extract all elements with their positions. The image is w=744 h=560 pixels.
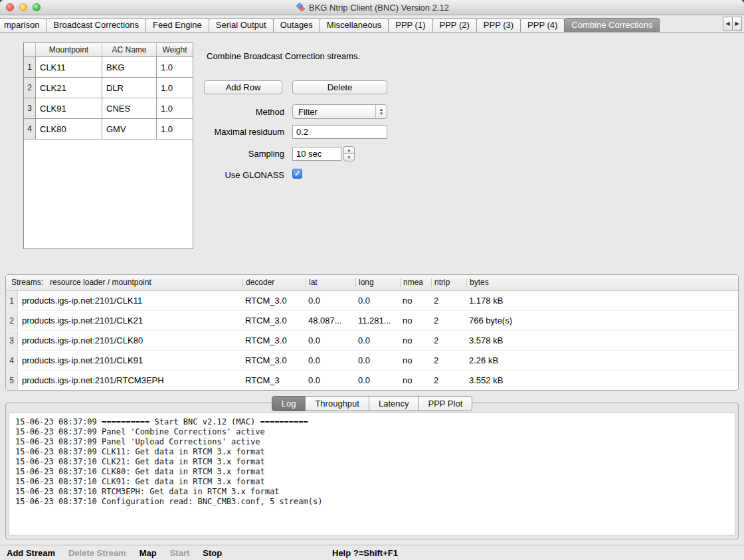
tab-serial-output[interactable]: Serial Output (209, 18, 274, 32)
tab-scroll-right-icon[interactable]: ▶ (732, 17, 742, 31)
cell-long[interactable]: 0.0 (355, 351, 400, 370)
tab-ppp-1[interactable]: PPP (1) (388, 18, 432, 32)
cell-mountpoint[interactable]: products.igs-ip.net:2101/CLK80 (18, 331, 242, 350)
zoom-button[interactable] (33, 3, 41, 11)
sampling-input[interactable]: 10 sec (292, 147, 341, 161)
use-glonass-checkbox[interactable]: ✓ (292, 169, 302, 179)
tab-ppp-3[interactable]: PPP (3) (476, 18, 521, 32)
cell-decoder[interactable]: RTCM_3.0 (242, 331, 306, 350)
cell-bytes[interactable]: 766 byte(s) (466, 311, 738, 330)
maximal-residuum-input[interactable]: 0.2 (292, 125, 387, 139)
cell-lat[interactable]: 0.0 (306, 351, 355, 370)
cell-mountpoint[interactable]: CLK21 (36, 78, 102, 98)
cell-mountpoint[interactable]: CLK91 (36, 98, 102, 118)
tab-comparison[interactable]: mparison (0, 18, 46, 32)
cell-ntrip[interactable]: 2 (431, 351, 466, 370)
stream-row[interactable]: 3 products.igs-ip.net:2101/CLK80 RTCM_3.… (6, 331, 738, 351)
minimize-button[interactable] (19, 3, 27, 11)
cell-mountpoint[interactable]: CLK11 (36, 57, 102, 77)
cell-mountpoint[interactable]: products.igs-ip.net:2101/CLK91 (18, 351, 242, 370)
cell-nmea[interactable]: no (400, 371, 431, 390)
cell-long[interactable]: 0.0 (355, 371, 400, 390)
cell-ac-name[interactable]: BKG (102, 57, 157, 77)
method-label: Method (218, 107, 284, 117)
row-number: 4 (6, 351, 18, 370)
start-button: Start (170, 548, 190, 558)
cell-decoder[interactable]: RTCM_3.0 (242, 351, 306, 370)
table-row[interactable]: 2 CLK21 DLR 1.0 (24, 78, 193, 98)
cell-long[interactable]: 11.281... (355, 311, 400, 330)
row-number: 4 (24, 119, 36, 139)
cell-lat[interactable]: 0.0 (306, 371, 355, 390)
stream-row[interactable]: 2 products.igs-ip.net:2101/CLK21 RTCM_3.… (6, 311, 738, 331)
cell-weight[interactable]: 1.0 (157, 119, 193, 139)
cell-mountpoint[interactable]: products.igs-ip.net:2101/CLK11 (18, 291, 242, 310)
cell-ntrip[interactable]: 2 (431, 291, 466, 310)
map-button[interactable]: Map (140, 548, 157, 558)
cell-bytes[interactable]: 2.26 kB (466, 351, 738, 370)
spin-up-icon[interactable]: ▲ (343, 146, 355, 153)
tab-outages[interactable]: Outages (273, 18, 320, 32)
cell-decoder[interactable]: RTCM_3.0 (242, 291, 306, 310)
cell-lat[interactable]: 48.087... (306, 311, 355, 330)
stream-row[interactable]: 1 products.igs-ip.net:2101/CLK11 RTCM_3.… (6, 291, 738, 311)
tab-miscellaneous[interactable]: Miscellaneous (320, 18, 389, 32)
table-row[interactable]: 1 CLK11 BKG 1.0 (24, 57, 193, 78)
delete-stream-button: Delete Stream (68, 548, 126, 558)
cell-long[interactable]: 0.0 (355, 331, 400, 350)
tab-latency[interactable]: Latency (369, 396, 419, 411)
cell-nmea[interactable]: no (400, 351, 431, 370)
cell-weight[interactable]: 1.0 (157, 78, 193, 98)
header-decoder: decoder (242, 278, 306, 287)
cell-bytes[interactable]: 3.578 kB (466, 331, 738, 350)
cell-nmea[interactable]: no (400, 331, 431, 350)
tab-ppp-4[interactable]: PPP (4) (520, 18, 565, 32)
cell-bytes[interactable]: 1.178 kB (466, 291, 738, 310)
stream-row[interactable]: 5 products.igs-ip.net:2101/RTCM3EPH RTCM… (6, 371, 738, 391)
table-row[interactable]: 4 CLK80 GMV 1.0 (24, 119, 193, 140)
cell-ntrip[interactable]: 2 (431, 371, 466, 390)
cell-weight[interactable]: 1.0 (157, 98, 193, 118)
cell-bytes[interactable]: 3.552 kB (466, 371, 738, 390)
method-select[interactable]: Filter ▲ ▼ (292, 104, 387, 119)
tab-ppp-plot[interactable]: PPP Plot (418, 396, 472, 411)
log-line: 15-06-23 08:37:09 Panel 'Combine Correct… (15, 427, 729, 437)
log-line: 15-06-23 08:37:09 Panel 'Upload Correcti… (15, 437, 729, 447)
cell-lat[interactable]: 0.0 (306, 291, 355, 310)
close-button[interactable] (6, 3, 14, 11)
cell-lat[interactable]: 0.0 (306, 331, 355, 350)
add-stream-button[interactable]: Add Stream (7, 548, 55, 558)
tab-combine-corrections[interactable]: Combine Corrections (564, 18, 660, 32)
cell-mountpoint[interactable]: products.igs-ip.net:2101/CLK21 (18, 311, 242, 330)
title-area: BKG Ntrip Client (BNC) Version 2.12 (0, 0, 744, 15)
cell-ac-name[interactable]: GMV (102, 119, 157, 139)
cell-nmea[interactable]: no (400, 311, 431, 330)
stream-row[interactable]: 4 products.igs-ip.net:2101/CLK91 RTCM_3.… (6, 351, 738, 371)
log-line: 15-06-23 08:37:10 CLK91: Get data in RTC… (15, 477, 729, 487)
tab-scroll-left-icon[interactable]: ◀ (723, 17, 733, 31)
delete-button[interactable]: Delete (292, 80, 387, 94)
arrow-down-icon: ▼ (379, 112, 383, 116)
cell-nmea[interactable]: no (400, 291, 431, 310)
cell-ac-name[interactable]: CNES (102, 98, 157, 118)
log-output[interactable]: 15-06-23 08:37:09 ========== Start BNC v… (9, 413, 735, 535)
cell-mountpoint[interactable]: CLK80 (36, 119, 102, 139)
tab-feed-engine[interactable]: Feed Engine (145, 18, 209, 32)
tab-broadcast-corrections[interactable]: Broadcast Corrections (46, 18, 146, 32)
tab-ppp-2[interactable]: PPP (2) (432, 18, 477, 32)
cell-ntrip[interactable]: 2 (431, 331, 466, 350)
spin-down-icon[interactable]: ▼ (343, 153, 355, 161)
add-row-button[interactable]: Add Row (204, 80, 282, 94)
cell-decoder[interactable]: RTCM_3 (242, 371, 306, 390)
table-row[interactable]: 3 CLK91 CNES 1.0 (24, 98, 193, 119)
stop-button[interactable]: Stop (203, 548, 222, 558)
cell-ac-name[interactable]: DLR (102, 78, 157, 98)
tab-log[interactable]: Log (272, 396, 306, 411)
row-number: 2 (24, 78, 36, 98)
cell-decoder[interactable]: RTCM_3.0 (242, 311, 306, 330)
cell-weight[interactable]: 1.0 (157, 57, 193, 77)
tab-throughput[interactable]: Throughput (305, 396, 369, 411)
cell-mountpoint[interactable]: products.igs-ip.net:2101/RTCM3EPH (18, 371, 242, 390)
cell-ntrip[interactable]: 2 (431, 311, 466, 330)
cell-long[interactable]: 0.0 (355, 291, 400, 310)
